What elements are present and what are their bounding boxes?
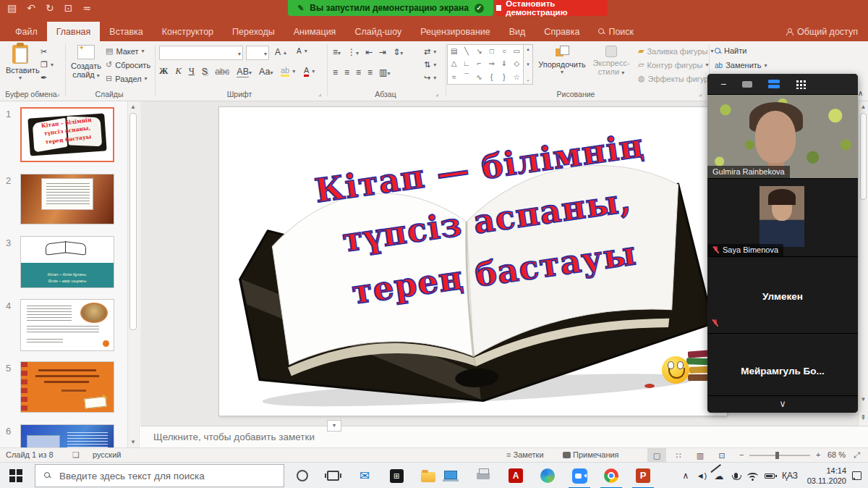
strikethrough-button[interactable]: abc [215, 67, 229, 77]
clipboard-dialog-launcher[interactable]: ⌟ [56, 90, 59, 97]
zoom-out-button[interactable]: − [739, 450, 744, 459]
zoom-slider-thumb[interactable] [775, 452, 779, 459]
tab-insert[interactable]: Вставка [100, 22, 152, 41]
participant-tile-3[interactable]: Улмекен [707, 256, 858, 333]
thumb-scroll-down-icon[interactable]: ▼ [128, 439, 138, 445]
font-name-combo[interactable]: ▾ [159, 46, 243, 60]
tab-review[interactable]: Рецензирование [411, 22, 500, 41]
zoom-in-button[interactable]: + [816, 450, 820, 459]
zoom-gallery-view-icon[interactable] [796, 80, 806, 89]
shape-right-arrow-icon[interactable]: ⇒ [488, 59, 494, 67]
stop-share-button[interactable]: Остановить демонстрацию [496, 0, 608, 16]
italic-button[interactable]: К [175, 66, 181, 77]
customize-qat-icon[interactable]: ≂ [82, 2, 91, 14]
accessibility-icon[interactable]: ❏ [72, 450, 80, 460]
zoom-speaker-view-icon[interactable] [742, 81, 752, 88]
thumbnail-slide-3[interactable]: Кітап – білім бұлағы,Білім – өмір шырағы [20, 236, 114, 288]
reading-view-button[interactable]: ▥ [691, 448, 710, 463]
tab-help[interactable]: Справка [535, 22, 589, 41]
section-button[interactable]: ⊟Раздел▾ [106, 74, 148, 83]
wifi-icon[interactable] [744, 463, 761, 488]
zoom-percentage[interactable]: 68 % [827, 450, 846, 459]
taskbar-search[interactable] [35, 464, 284, 487]
thumbnail-scrollbar[interactable]: ▲ ▼ [127, 101, 138, 447]
layout-button[interactable]: ▤Макет▾ [106, 46, 145, 56]
paste-button[interactable]: Вставить ▾ [6, 45, 35, 81]
thumbnail-slide-2[interactable] [20, 174, 114, 224]
shape-outline-button[interactable]: ▱Контур фигуры▾ [638, 60, 708, 70]
battery-icon[interactable] [761, 463, 778, 488]
chrome-app-button[interactable] [597, 463, 626, 488]
align-left-button[interactable]: ≡ [333, 67, 338, 77]
highlight-button[interactable]: ab▾ [281, 66, 295, 77]
shape-arrow-icon[interactable]: ↘ [476, 47, 482, 55]
tab-slideshow[interactable]: Слайд-шоу [345, 22, 411, 41]
paragraph-dialog-launcher[interactable]: ⌟ [435, 90, 438, 97]
acrobat-app-button[interactable]: A [501, 463, 530, 488]
shapes-gallery[interactable]: ▤ ╲ ↘ □ ○ ▭ △ ∟ ⌐ ⇒ ⇓ ◇ ≈ ⌒ ∿ { } ☆ [447, 44, 524, 85]
find-button[interactable]: Найти [715, 46, 746, 55]
slide-sorter-button[interactable]: ∷ [669, 448, 688, 463]
powerpoint-app-button[interactable]: P [629, 463, 658, 488]
collapse-ribbon-button[interactable]: ∧ [858, 89, 863, 97]
notes-toggle[interactable]: ≡ Заметки [506, 450, 544, 459]
thumbnail-slide-1[interactable]: Кітап – білімніңтүпсіз аспаны,терең баст… [20, 107, 114, 162]
redo-icon[interactable]: ↻ [46, 2, 54, 14]
gallery-up-icon[interactable]: ▴ [527, 46, 529, 52]
scroll-thumb[interactable] [860, 113, 867, 200]
shape-left-brace-icon[interactable]: { [490, 73, 493, 81]
taskbar-search-input[interactable] [59, 471, 262, 481]
notes-collapse-button[interactable]: ▾ [327, 420, 341, 432]
scroll-up-icon[interactable]: ▲ [859, 101, 868, 110]
zoom-app-button[interactable] [565, 463, 594, 488]
slide-canvas[interactable]: Кітап — білімнің түпсіз аспаны, терең ба… [219, 107, 727, 416]
taskbar-clock[interactable]: 14:14 03.11.2020 [801, 466, 846, 486]
shapes-gallery-scroll[interactable]: ▴ ▾ ⌄ [524, 44, 533, 85]
shape-fill-button[interactable]: ▰Заливка фигуры▾ [638, 46, 714, 56]
tab-file[interactable]: Файл [6, 22, 47, 41]
shape-star-icon[interactable]: ☆ [514, 73, 520, 81]
line-spacing-button[interactable]: ⇕▾ [393, 47, 403, 57]
shape-line-icon[interactable]: ╲ [464, 47, 469, 55]
notes-pane[interactable]: ▾ Щелкните, чтобы добавить заметки [140, 426, 868, 447]
smartart-button[interactable]: ↪▾ [424, 73, 436, 83]
action-center-button[interactable] [848, 463, 865, 488]
zoom-panel-header[interactable]: − [707, 74, 858, 94]
shape-textbox-icon[interactable]: ▤ [451, 47, 457, 55]
arrange-button[interactable]: Упорядочить ▾ [537, 46, 587, 75]
thumb-scroll-up-icon[interactable]: ▲ [128, 101, 138, 110]
grow-font-button[interactable]: А▴ [275, 47, 286, 57]
shape-triangle-icon[interactable]: △ [451, 59, 457, 67]
participant-tile-1[interactable]: Gulmira Rainbekova [707, 94, 858, 178]
tab-design[interactable]: Конструктор [153, 22, 223, 41]
replace-button[interactable]: abЗаменить▾ [715, 61, 767, 70]
justify-button[interactable]: ≡ [367, 67, 373, 77]
zoom-participants-panel[interactable]: − Gulmira Rainbekova Saya Bimenova Улмек… [707, 74, 858, 413]
fit-to-window-button[interactable]: ⤢ [854, 450, 860, 460]
shape-curve-icon[interactable]: ∿ [476, 73, 482, 81]
microphone-tray-icon[interactable] [728, 463, 744, 488]
gallery-down-icon[interactable]: ▾ [527, 62, 529, 67]
tab-view[interactable]: Вид [500, 22, 535, 41]
shape-roundrect-icon[interactable]: ▭ [514, 47, 520, 55]
quick-styles-button[interactable]: Экспресс- стили ▾ [590, 46, 632, 76]
this-pc-button[interactable] [436, 463, 465, 488]
numbering-button[interactable]: ⋮▾ [347, 47, 359, 57]
tray-expand-button[interactable]: ∧ [678, 463, 693, 488]
columns-button[interactable]: ▥▾ [379, 67, 390, 77]
zoom-slider[interactable] [749, 455, 810, 456]
format-painter-button[interactable]: ✒ [41, 73, 47, 83]
collapse-participants-button[interactable]: ∨ [779, 398, 786, 409]
tab-transitions[interactable]: Переходы [223, 22, 284, 41]
onedrive-paused-icon[interactable]: ☁ [710, 463, 728, 488]
normal-view-button[interactable]: ▢ [647, 448, 666, 463]
language-switcher[interactable]: ҚАЗ [778, 463, 801, 488]
shape-connector-icon[interactable]: ⌐ [477, 59, 481, 67]
start-button[interactable] [1, 463, 30, 488]
shape-scribble-icon[interactable]: ≈ [452, 73, 456, 81]
underline-button[interactable]: Ч [189, 66, 195, 77]
previous-slide-button[interactable]: ⇞ [859, 413, 868, 421]
font-dialog-launcher[interactable]: ⌟ [318, 90, 321, 97]
thumbnail-slide-6[interactable] [20, 424, 114, 447]
zoom-active-view-icon[interactable] [768, 80, 780, 89]
